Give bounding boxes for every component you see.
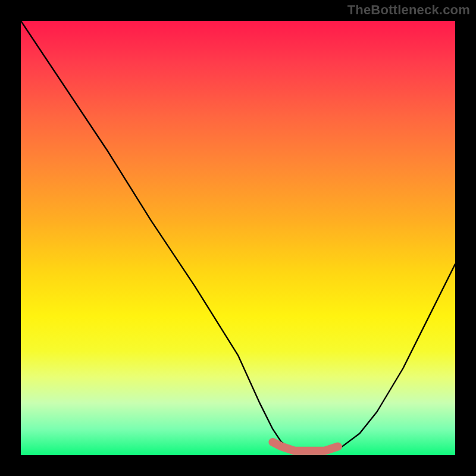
chart-frame: TheBottleneck.com [0, 0, 476, 476]
curve-layer [21, 21, 455, 455]
bottleneck-curve [21, 21, 455, 451]
optimal-range-marker [273, 442, 338, 451]
watermark-label: TheBottleneck.com [347, 2, 470, 18]
plot-area [21, 21, 455, 455]
